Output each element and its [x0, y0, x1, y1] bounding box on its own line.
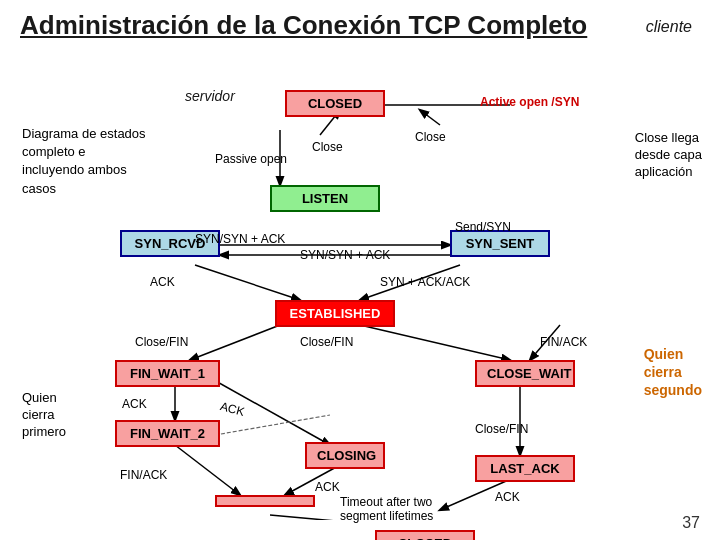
state-fin-wait-1: FIN_WAIT_1 — [115, 360, 220, 387]
label-active-open-syn: Active open /SYN — [480, 95, 579, 109]
label-timeout: Timeout after two segment lifetimes — [340, 495, 433, 523]
slide-title: Administración de la Conexión TCP Comple… — [20, 10, 700, 41]
label-fin-ack-right: FIN/ACK — [540, 335, 587, 349]
side-note-quien-cierra-segundo: Quien cierra segundo — [644, 345, 702, 400]
state-close-wait: CLOSE_WAIT — [475, 360, 575, 387]
side-note-close-llega: Close llega desde capa aplicación — [635, 130, 702, 181]
label-syn-syn-ack-left: SYN/SYN + ACK — [195, 232, 285, 246]
side-note-quien-cierra-primero: Quien cierra primero — [22, 390, 66, 441]
svg-line-3 — [420, 110, 440, 125]
state-closing: CLOSING — [305, 442, 385, 469]
label-syn-syn-ack-right: SYN/SYN + ACK — [300, 248, 390, 262]
diagram-area: CLOSED Passive open Close Close Active o… — [20, 80, 700, 520]
label-ack-fin-wait2: ACK — [122, 397, 147, 411]
svg-line-14 — [175, 445, 240, 495]
label-close-top: Close — [312, 140, 343, 154]
label-send-syn: Send/SYN — [455, 220, 511, 234]
svg-line-9 — [360, 325, 510, 360]
label-close-fin-right: Close/FIN — [475, 422, 528, 436]
state-syn-sent: SYN_SENT — [450, 230, 550, 257]
svg-line-18 — [215, 415, 330, 435]
label-ack-fin-ack-diagonal: ACK — [219, 399, 246, 419]
slide: Administración de la Conexión TCP Comple… — [0, 0, 720, 540]
label-close-right: Close — [415, 130, 446, 144]
label-ack-closing-left: ACK — [315, 480, 340, 494]
cliente-label: cliente — [646, 18, 692, 36]
state-closed-top: CLOSED — [285, 90, 385, 117]
state-listen: LISTEN — [270, 185, 380, 212]
label-ack-left: ACK — [150, 275, 175, 289]
state-fin-wait-2: FIN_WAIT_2 — [115, 420, 220, 447]
label-passive-open: Passive open — [215, 152, 287, 166]
svg-line-6 — [195, 265, 300, 300]
state-established: ESTABLISHED — [275, 300, 395, 327]
svg-line-8 — [190, 325, 280, 360]
label-close-fin-center: Close/FIN — [300, 335, 353, 349]
state-time-wait — [215, 495, 315, 507]
page-number: 37 — [682, 514, 700, 532]
label-close-fin-left: Close/FIN — [135, 335, 188, 349]
label-syn-ack-ack: SYN + ACK/ACK — [380, 275, 470, 289]
state-closed-bottom: CLOSED — [375, 530, 475, 540]
state-last-ack: LAST_ACK — [475, 455, 575, 482]
label-ack-closed: ACK — [495, 490, 520, 504]
label-fin-ack-bottom: FIN/ACK — [120, 468, 167, 482]
